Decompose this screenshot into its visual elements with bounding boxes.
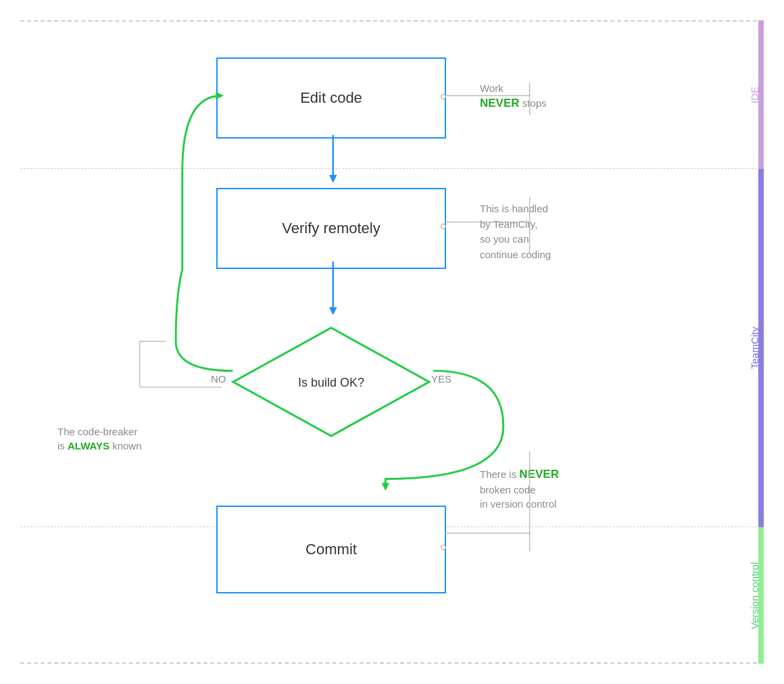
annotation-codebreaker-always: ALWAYS [68,440,109,451]
annotation-ide-work: Work [480,82,504,94]
diamond-label: Is build OK? [298,376,364,389]
annotation-ide-never: NEVER [480,97,520,109]
annotation-vc: There is NEVERbroken codein version cont… [480,466,559,511]
diamond-yes-label: YES [431,373,451,385]
lane-label-vc: Version control [745,527,764,664]
annotation-teamcity: This is handledby TeamCity,so you cancon… [480,201,551,262]
edit-code-label: Edit code [300,89,362,107]
annotation-ide-stops: stops [522,97,547,109]
connector-commit-right [441,545,446,550]
connector-verify-right [441,224,446,229]
annotation-codebreaker: The code-breakeris ALWAYS known [57,424,142,453]
connector-edit-right [441,94,446,99]
box-commit: Commit [216,506,446,593]
box-edit-code: Edit code [216,57,446,139]
commit-label: Commit [305,541,357,558]
verify-remotely-label: Verify remotely [282,220,381,237]
annotation-teamcity-text: This is handledby TeamCity,so you cancon… [480,203,551,260]
box-verify-remotely: Verify remotely [216,188,446,269]
annotation-vc-after: broken codein version control [480,484,556,510]
lane-label-teamcity: TeamCity [745,169,764,527]
diamond-no-label: NO [211,373,226,385]
annotation-ide: Work NEVER stops [480,81,547,112]
diagram-container: IDE TeamCity Version control Edit code V… [20,20,764,664]
annotation-vc-never: NEVER [519,468,559,481]
lane-label-ide: IDE [745,20,764,169]
annotation-codebreaker-after: known [109,440,142,451]
diamond-svg: Is build OK? [230,324,433,439]
annotation-vc-before: There is [480,468,519,480]
diamond-container: Is build OK? NO YES [230,324,433,439]
